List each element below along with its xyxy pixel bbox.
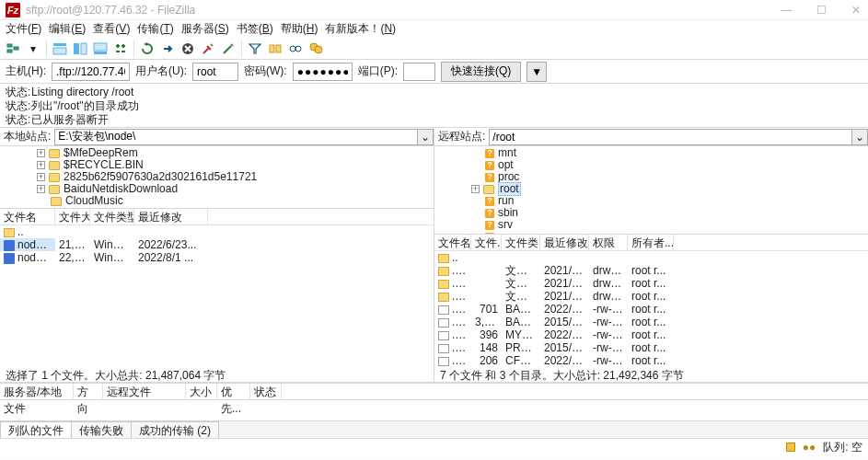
column-header[interactable]: 文件类型 — [90, 209, 134, 225]
lock-icon — [786, 443, 795, 452]
file-row[interactable]: .my...396MYSQ...2022/8/...-rw---...root … — [434, 328, 868, 341]
remote-filelist-header[interactable]: 文件名文件...文件类...最近修改权限所有者... — [434, 235, 868, 251]
toggle-queue-icon[interactable] — [91, 40, 110, 58]
log-line: 状态:列出"/root"的目录成功 — [6, 99, 862, 113]
toggle-dir-tree-icon[interactable] — [71, 40, 89, 58]
port-input[interactable] — [403, 63, 435, 81]
titlebar: Fz sftp://root@120.77.46.32 - FileZilla … — [0, 0, 868, 20]
toolbar: ▾ — [0, 38, 868, 60]
menubar: 文件(F)编辑(E)查看(V)传输(T)服务器(S)书签(B)帮助(H)有新版本… — [0, 20, 868, 38]
column-header[interactable]: 文件类... — [502, 235, 540, 251]
file-row[interactable]: .pip文件夹2021/10...drwxr...root r... — [434, 277, 868, 290]
cancel-icon[interactable] — [179, 40, 197, 58]
site-manager-icon[interactable] — [4, 40, 22, 58]
window-title: sftp://root@120.77.46.32 - FileZilla — [26, 4, 780, 17]
process-queue-icon[interactable] — [158, 40, 177, 58]
column-header[interactable]: 权限 — [589, 235, 628, 251]
find-files-icon[interactable] — [307, 40, 325, 58]
pass-input[interactable] — [293, 63, 353, 81]
reconnect-icon[interactable] — [219, 40, 237, 58]
svg-rect-7 — [94, 43, 107, 51]
local-tree[interactable]: +$MfeDeepRem+$RECYCLE.BIN+2825b62f590763… — [0, 146, 434, 209]
remote-tree[interactable]: ?mnt?opt?proc+root?run?sbin?srv?sys — [434, 146, 868, 235]
menu-e[interactable]: 编辑(E) — [49, 21, 86, 37]
port-label: 端口(P): — [358, 63, 398, 79]
toggle-logview-icon[interactable] — [51, 40, 69, 58]
disconnect-icon[interactable] — [199, 40, 217, 58]
column-header[interactable]: 文件名 — [434, 235, 471, 251]
statusbar: ●● 队列: 空 — [0, 439, 868, 455]
queue-column[interactable]: 方向 — [74, 384, 103, 400]
minimize-button[interactable]: — — [780, 4, 793, 17]
file-row[interactable]: .. — [0, 225, 434, 238]
queue-header[interactable]: 服务器/本地文件方向远程文件大小优先...状态 — [0, 384, 868, 400]
local-status: 选择了 1 个文件。大小总共: 21,487,064 字节 — [0, 368, 434, 383]
svg-point-12 — [290, 46, 295, 52]
local-path-input[interactable] — [54, 129, 418, 145]
file-row[interactable]: .pro...148PROFI...2015/8/...-rw-r-...roo… — [434, 341, 868, 354]
user-input[interactable] — [192, 63, 238, 81]
remote-site-label: 远程站点: — [434, 129, 489, 144]
quickconnect-button[interactable]: 快速连接(Q) — [441, 62, 521, 82]
queue-column[interactable]: 优先... — [217, 384, 250, 400]
file-row[interactable]: .bas...701BASH_...2022/8/...-rw---...roo… — [434, 303, 868, 316]
local-filelist-header[interactable]: 文件名文件大...文件类型最近修改 — [0, 209, 434, 225]
menu-f[interactable]: 文件(F) — [6, 21, 41, 37]
refresh-icon[interactable] — [138, 40, 156, 58]
local-path-dropdown[interactable]: ⌄ — [418, 129, 434, 145]
queue-status-label: 队列: 空 — [823, 440, 862, 455]
svg-point-13 — [295, 46, 301, 52]
queue-tab[interactable]: 成功的传输 (2) — [131, 421, 219, 438]
menu-b[interactable]: 书签(B) — [237, 21, 273, 37]
directory-compare-icon[interactable] — [266, 40, 284, 58]
remote-path-input[interactable] — [489, 129, 852, 145]
filter-icon[interactable] — [246, 40, 264, 58]
menu-s[interactable]: 服务器(S) — [181, 21, 229, 37]
file-row[interactable]: .ssh文件夹2021/10...drwx-...root r... — [434, 290, 868, 303]
queue-column[interactable]: 远程文件 — [103, 384, 186, 400]
remote-site-row: 远程站点: ⌄ — [434, 128, 868, 146]
column-header[interactable]: 最近修改 — [134, 209, 208, 225]
queue-body[interactable] — [0, 400, 868, 420]
file-row[interactable]: .py...206CFG ...2022/7/...-rw-r-...root … — [434, 354, 868, 367]
queue-indicator-icon: ●● — [803, 441, 816, 454]
column-header[interactable]: 最近修改 — [540, 235, 589, 251]
local-site-label: 本地站点: — [0, 129, 54, 144]
menu-t[interactable]: 传输(T) — [137, 21, 173, 37]
queue-column[interactable]: 状态 — [250, 384, 282, 400]
remote-pane: 远程站点: ⌄ ?mnt?opt?proc+root?run?sbin?srv?… — [434, 128, 868, 383]
synced-browsing-icon[interactable] — [286, 40, 305, 58]
queue-column[interactable]: 服务器/本地文件 — [0, 384, 74, 400]
local-site-row: 本地站点: ⌄ — [0, 128, 434, 146]
remote-path-dropdown[interactable]: ⌄ — [852, 129, 868, 145]
svg-rect-2 — [14, 47, 18, 50]
menu-v[interactable]: 查看(V) — [93, 21, 130, 37]
message-log[interactable]: 状态:Listing directory /root状态:列出"/root"的目… — [0, 84, 868, 128]
file-row[interactable]: .cac...文件夹2021/10...drwx-...root r... — [434, 264, 868, 277]
column-header[interactable]: 所有者... — [628, 235, 674, 251]
remote-filelist[interactable]: 文件名文件...文件类...最近修改权限所有者... ...cac...文件夹2… — [434, 235, 868, 368]
queue-tab[interactable]: 传输失败 — [71, 421, 132, 438]
menu-n[interactable]: 有新版本！(N) — [325, 21, 396, 37]
queue-column[interactable]: 大小 — [186, 384, 217, 400]
svg-rect-4 — [53, 48, 66, 54]
file-row[interactable]: .. — [434, 251, 868, 264]
log-line: 状态:已从服务器断开 — [6, 113, 862, 127]
quickconnect-dropdown[interactable]: ▼ — [527, 62, 547, 82]
local-filelist[interactable]: 文件名文件大...文件类型最近修改 ..node-v1...21,48...Wi… — [0, 209, 434, 368]
maximize-button[interactable]: ☐ — [815, 4, 827, 17]
file-row[interactable]: node-v1...21,48...WinRAR ...2022/6/23... — [0, 238, 434, 251]
column-header[interactable]: 文件大... — [55, 209, 90, 225]
queue-tabs: 列队的文件传输失败成功的传输 (2) — [0, 420, 868, 439]
host-input[interactable] — [52, 63, 130, 81]
toolbar-dropdown-icon[interactable]: ▾ — [24, 40, 42, 58]
column-header[interactable]: 文件... — [471, 235, 502, 251]
queue-tab[interactable]: 列队的文件 — [0, 421, 72, 438]
file-row[interactable]: node-v1...22,05...WinRAR ...2022/8/1 ... — [0, 251, 434, 264]
close-button[interactable]: ✕ — [850, 4, 862, 17]
main-split: 本地站点: ⌄ +$MfeDeepRem+$RECYCLE.BIN+2825b6… — [0, 128, 868, 384]
menu-h[interactable]: 帮助(H) — [281, 21, 318, 37]
column-header[interactable]: 文件名 — [0, 209, 55, 225]
file-row[interactable]: .bas...3,106BASH...2015/10...-rw-r-...ro… — [434, 316, 868, 328]
refresh-both-icon[interactable] — [111, 40, 130, 58]
